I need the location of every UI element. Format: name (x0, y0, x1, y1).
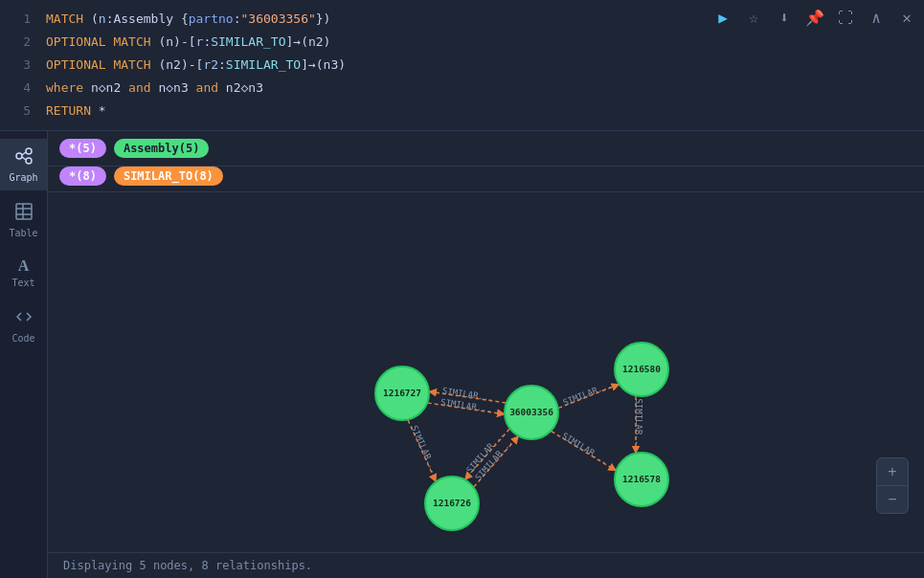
node-label: 1216578 (622, 474, 661, 484)
code-line: 5RETURN * (0, 100, 924, 122)
node-label: 1216580 (622, 364, 661, 374)
expand-button[interactable]: ⛶ (836, 8, 855, 27)
graph-canvas: SIMILAR...SIMILAR...SIMILAR...SIMILAR...… (48, 192, 924, 552)
badge-similar-to[interactable]: SIMILAR_TO(8) (114, 167, 223, 186)
code-line: 2OPTIONAL MATCH (n)-[r:SIMILAR_TO]→(n2) (0, 31, 924, 54)
svg-point-2 (26, 158, 32, 164)
graph-svg: SIMILAR...SIMILAR...SIMILAR...SIMILAR...… (48, 192, 924, 552)
table-icon (14, 202, 34, 225)
graph-area: *(5) Assembly(5) *(8) SIMILAR_TO(8) SIMI… (48, 131, 924, 578)
badge-assembly[interactable]: Assembly(5) (114, 139, 209, 158)
code-line: 3OPTIONAL MATCH (n2)-[r2:SIMILAR_TO]→(n3… (0, 54, 924, 77)
graph-node[interactable]: 1216726 (425, 477, 479, 530)
zoom-in-button[interactable]: + (877, 458, 908, 485)
edge-label: SIMILAR... (560, 431, 609, 466)
toolbar: ▶ ☆ ⬇ 📌 ⛶ ∧ ✕ (713, 8, 916, 27)
badge-nodes-count[interactable]: *(5) (59, 139, 106, 158)
sidebar-item-code[interactable]: Code (0, 300, 47, 351)
sidebar-label-table: Table (9, 228, 37, 238)
code-icon (14, 307, 34, 330)
pin-button[interactable]: 📌 (805, 8, 824, 27)
graph-icon (14, 146, 34, 169)
sidebar-label-graph: Graph (9, 172, 37, 183)
sidebar-item-graph[interactable]: Graph (0, 139, 47, 190)
svg-line-3 (22, 152, 26, 155)
line-number: 5 (8, 101, 31, 121)
close-button[interactable]: ✕ (897, 8, 916, 27)
svg-point-0 (16, 153, 22, 159)
sidebar: Graph Table A Text (0, 131, 48, 578)
graph-node[interactable]: 36003356 (505, 386, 558, 439)
status-bar: Displaying 5 nodes, 8 relationships. (48, 552, 924, 578)
graph-node[interactable]: 1216580 (615, 343, 668, 396)
filter-bar-rels: *(8) SIMILAR_TO(8) (48, 167, 924, 192)
graph-node[interactable]: 1216727 (375, 367, 429, 420)
badge-rels-count[interactable]: *(8) (59, 167, 106, 186)
sidebar-label-text: Text (11, 278, 34, 288)
svg-rect-5 (16, 204, 32, 219)
star-button[interactable]: ☆ (744, 8, 763, 27)
line-number: 2 (8, 33, 31, 52)
line-number: 3 (8, 56, 31, 75)
edge-label: SIMILAR... (634, 398, 643, 450)
edge-label: SIMILAR... (410, 424, 439, 475)
sidebar-item-text[interactable]: A Text (0, 250, 47, 296)
node-label: 1216727 (383, 388, 421, 398)
sidebar-item-table[interactable]: Table (0, 194, 47, 246)
sidebar-label-code: Code (11, 333, 34, 344)
line-number: 1 (8, 10, 31, 29)
svg-line-4 (22, 157, 26, 160)
collapse-button[interactable]: ∧ (867, 8, 886, 27)
node-label: 1216726 (433, 498, 471, 508)
status-text: Displaying 5 nodes, 8 relationships. (63, 559, 312, 572)
line-number: 4 (8, 78, 31, 98)
code-editor-panel: 1MATCH (n:Assembly {partno:"36003356"})2… (0, 0, 924, 131)
edge-label: SIMILAR... (562, 380, 614, 408)
node-label: 36003356 (509, 407, 553, 417)
download-button[interactable]: ⬇ (775, 8, 794, 27)
filter-bar: *(5) Assembly(5) (48, 131, 924, 167)
zoom-out-button[interactable]: − (877, 486, 908, 513)
zoom-controls: + − (876, 457, 909, 514)
run-button[interactable]: ▶ (713, 8, 732, 27)
graph-node[interactable]: 1216578 (615, 453, 668, 506)
main-layout: Graph Table A Text (0, 131, 924, 578)
code-line: 4where n◇n2 and n◇n3 and n2◇n3 (0, 77, 924, 100)
svg-point-1 (26, 148, 32, 154)
text-icon: A (18, 257, 30, 275)
